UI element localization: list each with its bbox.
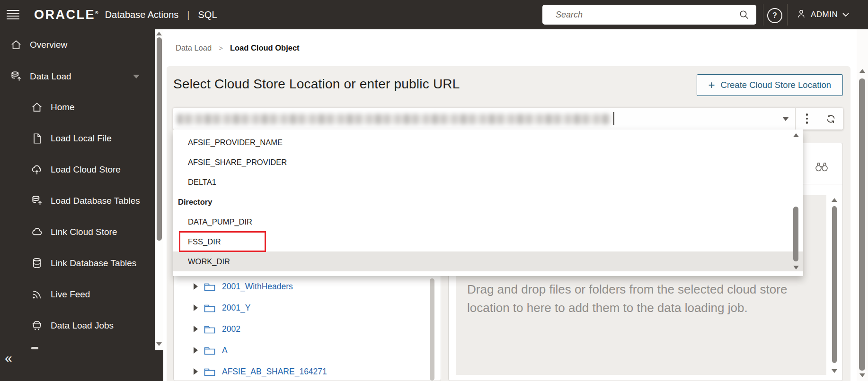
- sidebar-item-overview[interactable]: Overview: [9, 38, 67, 52]
- sidebar-scrollbar: [155, 29, 163, 350]
- user-name: ADMIN: [811, 10, 838, 19]
- combobox-controls: [776, 108, 843, 130]
- scroll-up-arrow-icon[interactable]: [156, 32, 162, 35]
- breadcrumb-current-page: Load Cloud Object: [230, 43, 300, 52]
- scroll-down-arrow-icon[interactable]: [793, 266, 799, 269]
- sidebar-item-data-load-jobs[interactable]: Data Load Jobs: [30, 319, 114, 332]
- folder-icon: [204, 282, 215, 291]
- search-box[interactable]: [542, 5, 756, 25]
- binoculars-icon[interactable]: [814, 160, 829, 173]
- tree-row-2002[interactable]: 2002: [174, 319, 441, 339]
- scroll-down-arrow-icon[interactable]: [859, 373, 865, 377]
- combobox-obscured-value: [177, 114, 611, 124]
- folder-icon: [204, 325, 215, 334]
- expand-triangle-icon[interactable]: [194, 304, 198, 311]
- dropdown-scrollbar-thumb[interactable]: [793, 207, 798, 261]
- text-caret: [613, 112, 614, 125]
- drop-zone-scrollbar-thumb[interactable]: [832, 206, 837, 363]
- user-icon: [796, 9, 806, 21]
- create-cloud-store-location-button[interactable]: + Create Cloud Store Location: [697, 74, 843, 96]
- search-input[interactable]: [555, 9, 738, 20]
- top-bar: ORACLE® Database Actions | SQL ? ADMIN: [0, 0, 868, 29]
- home-icon: [30, 101, 43, 113]
- dropdown-item-delta1[interactable]: DELTA1: [173, 172, 803, 192]
- scroll-up-arrow-icon[interactable]: [832, 198, 837, 202]
- page-scrollbar-thumb[interactable]: [859, 78, 865, 371]
- topbar-divider: [787, 4, 788, 26]
- expand-triangle-icon[interactable]: [194, 368, 198, 375]
- cart-icon: [30, 320, 43, 332]
- cloud-store-location-dropdown: AFSIE_PROVIDER_NAME AFSIE_SHARE_PROVIDER…: [173, 130, 803, 276]
- live-feed-icon: [30, 288, 43, 301]
- tree-scrollbar: [428, 277, 436, 381]
- drag-drop-message: Drag and drop files or folders from the …: [467, 280, 822, 317]
- sidebar-item-partial: [31, 347, 38, 349]
- tree-row-a[interactable]: A: [174, 340, 441, 361]
- refresh-icon: [825, 113, 836, 124]
- scroll-down-arrow-icon[interactable]: [832, 369, 837, 373]
- scroll-up-arrow-icon[interactable]: [793, 133, 799, 137]
- breadcrumb-separator: >: [219, 44, 223, 52]
- scroll-up-arrow-icon[interactable]: [859, 69, 865, 73]
- expand-triangle-icon[interactable]: [194, 283, 198, 290]
- drop-zone-scrollbar: [830, 196, 839, 376]
- breadcrumb: Data Load > Load Cloud Object: [176, 43, 300, 52]
- dropdown-group-directory: Directory: [173, 192, 803, 212]
- breadcrumb-data-load-link[interactable]: Data Load: [176, 43, 212, 52]
- folder-icon: [204, 346, 215, 355]
- dropdown-item-work-dir[interactable]: WORK_DIR: [173, 251, 803, 271]
- sidebar-item-link-database-tables[interactable]: Link Database Tables: [30, 257, 136, 270]
- create-button-label: Create Cloud Store Location: [721, 80, 831, 90]
- sidebar-item-load-cloud-store[interactable]: Load Cloud Store: [30, 163, 121, 176]
- expand-triangle-icon[interactable]: [194, 326, 198, 332]
- context-name: SQL: [198, 9, 217, 20]
- sidebar-item-data-load[interactable]: Data Load: [9, 70, 71, 83]
- dropdown-item-fss-dir[interactable]: FSS_DIR: [173, 232, 803, 251]
- user-menu[interactable]: ADMIN: [796, 0, 850, 29]
- tree-row-afsie-ab-share[interactable]: AFSIE_AB_SHARE_164271: [174, 361, 441, 381]
- folder-icon: [204, 367, 215, 376]
- sidebar-nav: Overview Data Load Home Load Local File: [0, 29, 163, 381]
- more-options-button[interactable]: [796, 113, 818, 124]
- folder-icon: [204, 303, 215, 312]
- dropdown-arrow-icon: [782, 117, 789, 121]
- help-button[interactable]: ?: [767, 8, 782, 23]
- file-icon: [30, 132, 43, 145]
- sidebar-item-live-feed[interactable]: Live Feed: [30, 288, 90, 301]
- topbar-divider: [763, 4, 763, 26]
- help-icon: ?: [772, 11, 777, 20]
- hamburger-menu-icon[interactable]: [7, 10, 19, 19]
- page-title: Select Cloud Store Location or enter pub…: [173, 77, 460, 92]
- cloud-upload-icon: [30, 164, 43, 176]
- sidebar-item-link-cloud-store[interactable]: Link Cloud Store: [30, 225, 117, 239]
- home-icon: [9, 39, 22, 51]
- sidebar-item-load-local-file[interactable]: Load Local File: [30, 132, 112, 145]
- oracle-logo: ORACLE®: [34, 8, 98, 22]
- plus-icon: +: [709, 79, 715, 91]
- dropdown-scrollbar: [792, 130, 800, 276]
- sidebar-collapse-button[interactable]: «: [5, 352, 12, 365]
- sidebar-item-load-database-tables[interactable]: Load Database Tables: [30, 194, 140, 208]
- cloud-store-location-combobox[interactable]: [173, 108, 843, 130]
- database-icon: [30, 257, 43, 269]
- tree-row-2001-y[interactable]: 2001_Y: [174, 297, 441, 318]
- dropdown-item-afsie-share-provider[interactable]: AFSIE_SHARE_PROVIDER: [173, 152, 803, 172]
- dropdown-item-data-pump-dir[interactable]: DATA_PUMP_DIR: [173, 212, 803, 232]
- app-window: ORACLE® Database Actions | SQL ? ADMIN: [0, 0, 868, 381]
- database-upload-icon: [9, 70, 22, 83]
- brand-row: ORACLE® Database Actions | SQL: [34, 0, 217, 29]
- combobox-dropdown-button[interactable]: [776, 117, 795, 121]
- tree-scrollbar-thumb[interactable]: [430, 278, 434, 381]
- red-annotation-box: [179, 231, 266, 252]
- cloud-icon: [30, 226, 43, 238]
- sidebar-item-home[interactable]: Home: [30, 101, 75, 114]
- chevron-down-icon: [842, 10, 850, 19]
- data-load-collapse-chevron-icon[interactable]: [133, 75, 140, 78]
- sidebar-scrollbar-thumb[interactable]: [157, 37, 162, 241]
- tree-row-2001-withheaders[interactable]: 2001_WithHeaders: [174, 276, 441, 297]
- expand-triangle-icon[interactable]: [194, 347, 198, 354]
- dropdown-item-afsie-provider-name[interactable]: AFSIE_PROVIDER_NAME: [173, 132, 803, 152]
- scroll-down-arrow-icon[interactable]: [156, 342, 162, 346]
- database-upload-icon: [30, 195, 43, 207]
- refresh-button[interactable]: [818, 113, 843, 124]
